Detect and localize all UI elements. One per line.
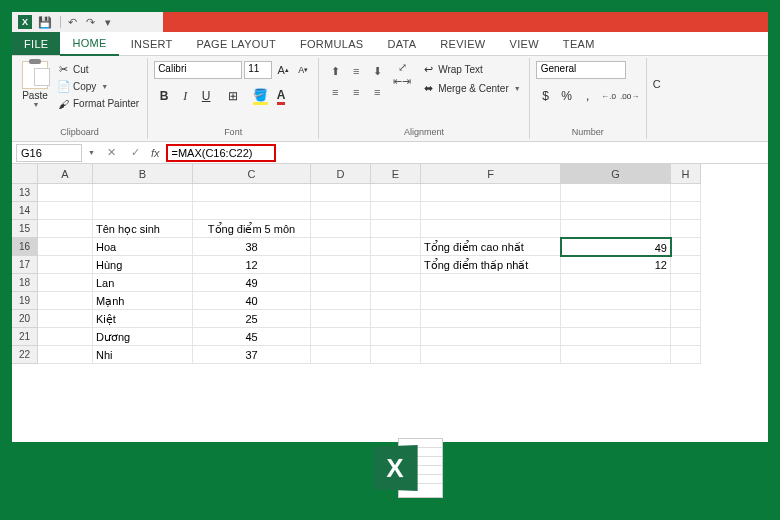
border-button[interactable]: ⊞ bbox=[223, 86, 243, 106]
row-header[interactable]: 21 bbox=[12, 328, 38, 346]
cell[interactable] bbox=[561, 202, 671, 220]
cell[interactable]: Tổng điểm 5 môn bbox=[193, 220, 311, 238]
cell[interactable] bbox=[38, 292, 93, 310]
cell[interactable] bbox=[371, 274, 421, 292]
tab-team[interactable]: TEAM bbox=[551, 32, 607, 55]
cell[interactable]: Tổng điểm cao nhất bbox=[421, 238, 561, 256]
cell[interactable] bbox=[421, 292, 561, 310]
comma-button[interactable]: , bbox=[578, 86, 598, 106]
row-header[interactable]: 22 bbox=[12, 346, 38, 364]
cell[interactable] bbox=[311, 220, 371, 238]
cell[interactable] bbox=[311, 328, 371, 346]
tab-review[interactable]: REVIEW bbox=[428, 32, 497, 55]
cell[interactable] bbox=[93, 202, 193, 220]
cell[interactable] bbox=[371, 310, 421, 328]
cell[interactable] bbox=[371, 202, 421, 220]
row-header[interactable]: 14 bbox=[12, 202, 38, 220]
align-middle-button[interactable]: ≡ bbox=[346, 61, 366, 81]
font-name-select[interactable]: Calibri bbox=[154, 61, 242, 79]
cell[interactable] bbox=[561, 310, 671, 328]
align-center-button[interactable]: ≡ bbox=[346, 82, 366, 102]
cell[interactable]: Tên học sinh bbox=[93, 220, 193, 238]
cell[interactable] bbox=[421, 274, 561, 292]
cell[interactable]: 37 bbox=[193, 346, 311, 364]
align-top-button[interactable]: ⬆ bbox=[325, 61, 345, 81]
copy-button[interactable]: 📄Copy▼ bbox=[55, 78, 141, 95]
cell[interactable] bbox=[371, 346, 421, 364]
cell[interactable]: 25 bbox=[193, 310, 311, 328]
cell[interactable] bbox=[561, 292, 671, 310]
fill-color-button[interactable]: 🪣 bbox=[250, 86, 270, 106]
row-header[interactable]: 13 bbox=[12, 184, 38, 202]
enter-formula-button[interactable]: ✓ bbox=[127, 144, 145, 162]
cell[interactable]: 49 bbox=[193, 274, 311, 292]
cell[interactable] bbox=[671, 256, 701, 274]
merge-center-button[interactable]: ⬌Merge & Center▼ bbox=[420, 80, 523, 97]
row-header[interactable]: 17 bbox=[12, 256, 38, 274]
col-header-a[interactable]: A bbox=[38, 164, 93, 184]
cell[interactable] bbox=[561, 346, 671, 364]
cell[interactable] bbox=[193, 202, 311, 220]
cell[interactable] bbox=[421, 346, 561, 364]
save-icon[interactable]: 💾 bbox=[38, 15, 52, 29]
cell[interactable] bbox=[93, 184, 193, 202]
cell[interactable] bbox=[671, 202, 701, 220]
tab-home[interactable]: HOME bbox=[60, 32, 118, 56]
tab-data[interactable]: DATA bbox=[375, 32, 428, 55]
number-format-select[interactable]: General bbox=[536, 61, 626, 79]
cell[interactable] bbox=[38, 202, 93, 220]
cell[interactable] bbox=[671, 346, 701, 364]
name-box[interactable]: G16 bbox=[16, 144, 82, 162]
col-header-h[interactable]: H bbox=[671, 164, 701, 184]
active-cell[interactable]: 49 bbox=[560, 237, 672, 257]
col-header-d[interactable]: D bbox=[311, 164, 371, 184]
cell[interactable] bbox=[371, 184, 421, 202]
cell[interactable] bbox=[38, 220, 93, 238]
cell[interactable] bbox=[561, 184, 671, 202]
select-all-corner[interactable] bbox=[12, 164, 38, 184]
cell[interactable] bbox=[38, 310, 93, 328]
cell[interactable] bbox=[371, 292, 421, 310]
tab-formulas[interactable]: FORMULAS bbox=[288, 32, 376, 55]
increase-indent-button[interactable]: ⇥ bbox=[402, 75, 411, 88]
redo-icon[interactable]: ↷ bbox=[83, 15, 97, 29]
col-header-f[interactable]: F bbox=[421, 164, 561, 184]
cell[interactable] bbox=[311, 346, 371, 364]
cell[interactable] bbox=[38, 256, 93, 274]
cell[interactable] bbox=[311, 202, 371, 220]
cell[interactable]: 45 bbox=[193, 328, 311, 346]
increase-font-button[interactable]: A▴ bbox=[274, 61, 292, 79]
row-header[interactable]: 18 bbox=[12, 274, 38, 292]
cell[interactable] bbox=[671, 274, 701, 292]
undo-icon[interactable]: ↶ bbox=[65, 15, 79, 29]
qat-customize-icon[interactable]: ▾ bbox=[101, 15, 115, 29]
italic-button[interactable]: I bbox=[175, 86, 195, 106]
cell[interactable] bbox=[38, 346, 93, 364]
cell[interactable] bbox=[371, 238, 421, 256]
cell[interactable]: Kiệt bbox=[93, 310, 193, 328]
cell[interactable] bbox=[671, 310, 701, 328]
cell[interactable] bbox=[671, 220, 701, 238]
cell[interactable]: Hùng bbox=[93, 256, 193, 274]
col-header-g[interactable]: G bbox=[561, 164, 671, 184]
cell[interactable]: Nhi bbox=[93, 346, 193, 364]
cell[interactable] bbox=[671, 328, 701, 346]
currency-button[interactable]: $ bbox=[536, 86, 556, 106]
align-right-button[interactable]: ≡ bbox=[367, 82, 387, 102]
tab-file[interactable]: FILE bbox=[12, 32, 60, 55]
cut-button[interactable]: ✂Cut bbox=[55, 61, 141, 78]
cell[interactable] bbox=[311, 274, 371, 292]
paste-button[interactable]: Paste ▼ bbox=[18, 61, 52, 108]
cell[interactable] bbox=[561, 220, 671, 238]
cell[interactable] bbox=[421, 220, 561, 238]
cell[interactable]: Lan bbox=[93, 274, 193, 292]
cell[interactable]: Dương bbox=[93, 328, 193, 346]
increase-decimal-button[interactable]: ←.0 bbox=[599, 86, 619, 106]
cell[interactable]: Mạnh bbox=[93, 292, 193, 310]
cell[interactable] bbox=[193, 184, 311, 202]
cell[interactable] bbox=[421, 202, 561, 220]
wrap-text-button[interactable]: ↩Wrap Text bbox=[420, 61, 523, 78]
tab-page-layout[interactable]: PAGE LAYOUT bbox=[185, 32, 288, 55]
cell[interactable] bbox=[421, 310, 561, 328]
percent-button[interactable]: % bbox=[557, 86, 577, 106]
